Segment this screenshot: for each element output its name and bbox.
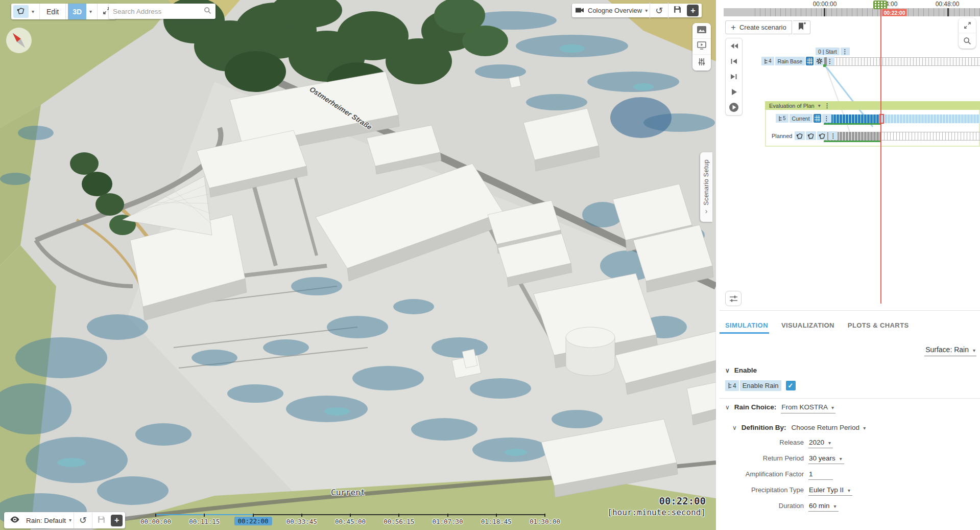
enable-section-header[interactable]: ∨ Enable xyxy=(725,366,757,374)
scenario-setup-tab[interactable]: Scenario Setup › xyxy=(700,152,712,222)
rain-base-cells[interactable] xyxy=(824,57,980,66)
caret-down-icon[interactable]: ▾ xyxy=(818,103,821,108)
right-panel: 00:00:0000:24:0000:48:00 00:22:00 + Crea… xyxy=(720,0,980,530)
video-export-button[interactable] xyxy=(692,39,711,55)
timeline-tick-label[interactable]: 00:00:00 xyxy=(140,518,171,525)
kostra-rain-drag-handle[interactable] xyxy=(873,1,887,9)
current-track-header: 5 Current ⋮ xyxy=(776,114,831,123)
edit-button[interactable]: Edit xyxy=(42,8,63,16)
definition-by-row: ∨ Definition By: Choose Return Period ▾ xyxy=(732,424,867,433)
planned-name-label[interactable]: Planned xyxy=(772,131,794,140)
search-input[interactable] xyxy=(113,8,204,15)
timeline-tick-label[interactable]: 01:07:30 xyxy=(432,518,463,525)
field-value-input[interactable]: 1 xyxy=(808,470,833,480)
draw-polygon-tool-button[interactable] xyxy=(13,5,29,18)
definition-by-value: Choose Return Period xyxy=(792,424,860,431)
tab-plots-charts[interactable]: PLOTS & CHARTS xyxy=(848,321,909,329)
save-view-button[interactable] xyxy=(671,4,684,17)
planned-polygon-chip[interactable] xyxy=(806,131,816,140)
start-keyframe-label[interactable]: 0 | Start xyxy=(816,48,840,55)
rain-base-drag-corner[interactable] xyxy=(823,64,826,67)
timeline-tick-label[interactable]: 00:33:45 xyxy=(286,518,317,525)
divider xyxy=(74,513,74,528)
rain-choice-select[interactable]: From KOSTRA ▾ xyxy=(781,403,835,413)
current-menu[interactable]: ⋮ xyxy=(822,114,831,123)
visibility-toggle[interactable] xyxy=(7,512,23,528)
playhead-line[interactable] xyxy=(880,8,881,304)
current-cells-pending[interactable] xyxy=(881,114,980,123)
chevron-down-icon[interactable]: ∨ xyxy=(725,404,730,411)
kebab-icon: ⋮ xyxy=(830,132,836,140)
planned-menu[interactable]: ⋮ xyxy=(828,131,838,140)
definition-by-select[interactable]: Choose Return Period ▾ xyxy=(791,424,868,433)
draw-tool-dropdown[interactable]: ▾ xyxy=(29,4,37,19)
camera-preset-label[interactable]: Cologne Overview xyxy=(588,7,642,14)
tab-simulation[interactable]: SIMULATION xyxy=(725,321,768,329)
enable-rain-checkbox[interactable]: ✓ xyxy=(786,381,796,390)
timeline-tick-label[interactable]: 00:56:15 xyxy=(384,518,414,525)
enable-section-label: Enable xyxy=(734,366,757,374)
map-viewport[interactable]: Ostmerheimer Straße Current ▾ Edit 3D ▾ xyxy=(0,0,716,530)
timeline-tick-label[interactable]: 01:18:45 xyxy=(481,518,512,525)
timeline-tick-label[interactable]: 00:22:00 xyxy=(234,517,272,525)
rain-table-icon-button[interactable] xyxy=(814,114,821,123)
mode-3d-button[interactable]: 3D xyxy=(68,4,86,19)
start-keyframe-menu[interactable]: ⋮ xyxy=(841,48,850,55)
timeline-settings-button[interactable] xyxy=(725,291,742,306)
timeline-tick-label[interactable]: 00:11:15 xyxy=(189,518,220,525)
field-value-select[interactable]: 60 min▾ xyxy=(808,502,839,512)
current-active-cell[interactable] xyxy=(879,114,884,124)
timeline-tick-label[interactable]: 01:30:00 xyxy=(530,518,560,525)
group-name: Evaluation of Plan xyxy=(769,103,815,109)
rain-base-name-chip[interactable]: Rain Base xyxy=(775,57,805,65)
map-canvas[interactable] xyxy=(0,0,716,530)
add-layer-button[interactable]: + xyxy=(111,515,123,526)
save-layer-button[interactable] xyxy=(94,512,108,528)
kebab-icon[interactable]: ⋮ xyxy=(824,102,830,109)
planned-polygon-chip[interactable] xyxy=(817,131,827,140)
add-view-button[interactable]: + xyxy=(687,5,699,16)
layer-settings-button[interactable] xyxy=(692,55,711,71)
timeline-zoom-button[interactable] xyxy=(959,33,976,49)
caret-down-icon[interactable]: ▾ xyxy=(645,8,648,13)
screenshot-button[interactable] xyxy=(692,23,711,39)
field-precipitation-type: Precipitation TypeEuler Typ II▾ xyxy=(720,486,980,497)
bottom-timeline[interactable]: 00:00:0000:11:1500:22:0000:33:4500:45:00… xyxy=(144,514,557,529)
tune-vertical-icon xyxy=(698,58,706,68)
rain-table-icon-button[interactable] xyxy=(806,57,814,65)
current-name-chip[interactable]: Current xyxy=(790,114,812,123)
toolbar-divider xyxy=(97,4,98,19)
kebab-icon: ⋮ xyxy=(842,48,848,55)
video-icon xyxy=(697,41,706,52)
track-level-icon xyxy=(778,116,782,122)
rain-layer-bar: Rain: Default ▾ ↺ + xyxy=(4,512,125,528)
view-mode-dropdown[interactable]: ▾ xyxy=(86,4,95,19)
rain-choice-label: Rain Choice: xyxy=(734,403,777,411)
planned-cells-pending[interactable] xyxy=(881,132,980,141)
caret-down-icon[interactable]: ▾ xyxy=(69,518,71,523)
start-keyframe[interactable]: 0 | Start ⋮ xyxy=(816,48,850,55)
field-value-select[interactable]: Euler Typ II▾ xyxy=(808,486,852,496)
current-level: 5 xyxy=(783,116,786,121)
rain-layer-label[interactable]: Rain: Default xyxy=(26,517,66,524)
chevron-down-icon[interactable]: ∨ xyxy=(732,424,737,431)
field-duration: Duration60 min▾ xyxy=(720,502,980,513)
playhead-time-chip[interactable]: 00:22:00 xyxy=(882,9,907,16)
reset-layer-button[interactable]: ↺ xyxy=(76,512,90,528)
scenario-group-header[interactable]: Evaluation of Plan ▾ ⋮ xyxy=(765,101,980,110)
surface-dropdown[interactable]: Surface: Rain ▾ xyxy=(924,345,976,356)
tab-visualization[interactable]: VISUALIZATION xyxy=(781,321,834,329)
current-level-chip[interactable]: 5 xyxy=(776,114,788,123)
field-value-select[interactable]: 2020▾ xyxy=(808,439,833,448)
timeline-tick-label[interactable]: 00:45:00 xyxy=(335,518,366,525)
timeline-fullscreen-button[interactable] xyxy=(959,18,976,33)
timeline-notch xyxy=(544,514,545,517)
field-value-select[interactable]: 30 years▾ xyxy=(808,454,844,464)
reset-view-button[interactable]: ↺ xyxy=(652,4,666,17)
enable-rain-level-chip: 4 xyxy=(725,380,739,391)
rain-base-level-chip[interactable]: 4 xyxy=(761,57,774,65)
current-cells-computed[interactable] xyxy=(824,114,881,123)
compass[interactable] xyxy=(5,27,33,56)
timeline-notch xyxy=(301,514,302,517)
planned-polygon-chip[interactable] xyxy=(795,131,805,140)
